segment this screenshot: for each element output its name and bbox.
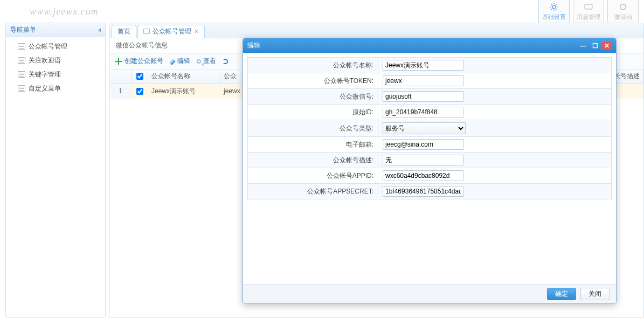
sidebar-item-label: 公众帐号管理 (29, 42, 67, 51)
sidebar-item-accounts[interactable]: 公众帐号管理 (6, 39, 105, 53)
tab-accounts[interactable]: 公众帐号管理 ✕ (137, 25, 205, 38)
edit-dialog: 编辑 — ☐ ✕ 公众帐号名称: 公众帐号TOKEN: 公众微信号: 原始ID: (243, 38, 617, 304)
top-nav-activity[interactable]: 微活动 (607, 0, 639, 24)
page-icon (18, 43, 25, 50)
sidebar-item-keywords[interactable]: 关键字管理 (6, 67, 105, 81)
label-appid: 公众帐号APPID: (248, 168, 378, 184)
label-wx-id: 公众微信号: (248, 89, 378, 105)
activity-icon (618, 2, 628, 12)
sidebar-item-label: 关注欢迎语 (29, 56, 61, 65)
button-label: 编辑 (177, 57, 190, 66)
select-all-checkbox[interactable] (136, 73, 143, 80)
page-icon (18, 71, 25, 78)
cell-name: Jeewx演示账号 (148, 84, 220, 99)
tab-label: 首页 (117, 27, 130, 36)
row-checkbox[interactable] (136, 88, 143, 95)
sidebar-header: 导航菜单 (6, 23, 105, 37)
close-button[interactable]: 关闭 (580, 288, 610, 300)
pencil-icon (169, 59, 175, 65)
edit-form: 公众帐号名称: 公众帐号TOKEN: 公众微信号: 原始ID: 公众号类型: 服… (247, 57, 612, 199)
header-name[interactable]: 公众帐号名称 (148, 70, 220, 83)
label-appsecret: 公众帐号APPSECRET: (248, 184, 378, 199)
search-icon (197, 59, 201, 64)
label-email: 电子邮箱: (248, 137, 378, 153)
dialog-title: 编辑 (247, 41, 260, 50)
sidebar-item-custom-menu[interactable]: 自定义菜单 (6, 81, 105, 95)
tab-home[interactable]: 首页 (112, 25, 136, 38)
tabs: 首页 公众帐号管理 ✕ (109, 23, 643, 38)
input-wx-id[interactable] (383, 91, 463, 102)
tab-label: 公众帐号管理 (153, 27, 191, 36)
header-check (132, 70, 148, 83)
header-index (109, 70, 132, 83)
button-label: 查看 (203, 57, 216, 66)
plus-icon (115, 58, 122, 65)
edit-button[interactable]: 编辑 (170, 57, 190, 66)
close-icon[interactable]: ✕ (194, 28, 199, 35)
maximize-icon[interactable]: ☐ (590, 42, 600, 50)
label-description: 公众帐号描述: (248, 153, 378, 168)
refresh-icon (223, 59, 228, 64)
sidebar-title: 导航菜单 (10, 25, 36, 34)
top-nav-messages[interactable]: 消息管理 (573, 0, 604, 24)
label-token: 公众帐号TOKEN: (248, 73, 378, 89)
svg-rect-1 (585, 4, 592, 9)
svg-point-2 (620, 4, 626, 10)
sidebar-item-label: 关键字管理 (29, 70, 61, 79)
top-nav-label: 消息管理 (577, 13, 600, 21)
sidebar-item-label: 自定义菜单 (29, 84, 61, 93)
view-button[interactable]: 查看 (197, 57, 216, 66)
label-original-id: 原始ID: (248, 105, 378, 120)
input-appid[interactable] (383, 170, 463, 181)
input-appsecret[interactable] (383, 186, 463, 197)
sidebar: 导航菜单 公众帐号管理 关注欢迎语 关键字管理 自定义菜单 (5, 23, 106, 318)
top-nav: 基础设置 消息管理 微活动 (538, 0, 639, 24)
dialog-titlebar[interactable]: 编辑 — ☐ ✕ (243, 38, 616, 53)
input-token[interactable] (383, 75, 463, 86)
input-email[interactable] (383, 139, 463, 150)
refresh-button[interactable] (223, 59, 228, 64)
input-description[interactable] (383, 155, 463, 165)
select-account-type[interactable]: 服务号 (383, 122, 466, 134)
label-account-name: 公众帐号名称: (248, 58, 378, 73)
input-account-name[interactable] (383, 60, 463, 71)
site-logo: www.jeewx.com (30, 6, 99, 17)
close-icon[interactable]: ✕ (602, 42, 612, 50)
create-account-button[interactable]: 创建公众账号 (115, 57, 163, 66)
top-nav-label: 微活动 (614, 13, 632, 21)
top-nav-label: 基础设置 (542, 13, 566, 21)
svg-point-0 (552, 5, 556, 9)
page-icon (143, 29, 150, 34)
ok-button[interactable]: 确定 (547, 288, 576, 300)
cell-index: 1 (109, 84, 132, 99)
message-icon (584, 2, 593, 12)
page-icon (18, 57, 25, 64)
collapse-icon[interactable] (98, 28, 101, 32)
top-nav-basic[interactable]: 基础设置 (538, 0, 570, 24)
minimize-icon[interactable]: — (578, 42, 588, 50)
page-icon (18, 85, 25, 92)
input-original-id[interactable] (383, 107, 463, 117)
cell-check (132, 84, 148, 99)
label-account-type: 公众号类型: (248, 120, 378, 137)
sidebar-item-welcome[interactable]: 关注欢迎语 (6, 53, 105, 67)
button-label: 创建公众账号 (124, 57, 163, 66)
gear-icon (549, 2, 559, 12)
